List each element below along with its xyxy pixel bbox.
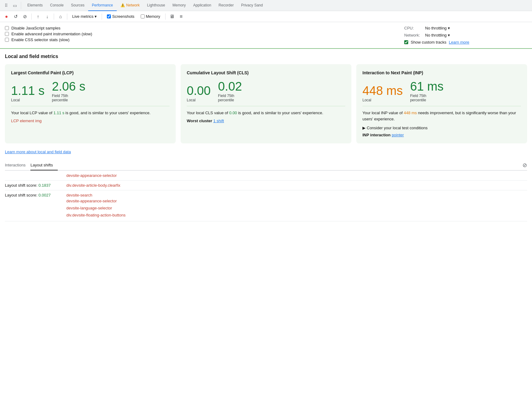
tab-lighthouse[interactable]: Lighthouse (143, 0, 169, 11)
inp-highlight: 448 ms (404, 111, 417, 115)
lcp-local-value: 1.11 s (11, 84, 45, 97)
shift-sub-element-2[interactable]: devsite-language-selector (5, 204, 527, 212)
divider-5 (165, 14, 166, 20)
enable-paint-checkbox[interactable] (5, 32, 9, 36)
tab-recorder[interactable]: Recorder (215, 0, 237, 11)
upload-button[interactable]: ↑ (34, 13, 42, 21)
cls-field-label: Field 75thpercentile (218, 94, 242, 102)
inp-field-group: 61 ms Field 75thpercentile (410, 80, 444, 102)
disable-js-samples-setting[interactable]: Disable JavaScript samples (5, 26, 404, 30)
inp-field-value: 61 ms (410, 80, 444, 92)
tab-network[interactable]: ⚠️ Network (117, 0, 143, 11)
lcp-card: Largest Contentful Paint (LCP) 1.11 s Lo… (5, 64, 176, 143)
tab-console[interactable]: Console (46, 0, 67, 11)
main-content: Local and field metrics Largest Contentf… (0, 49, 532, 226)
shift-element-2[interactable]: div.devsite-article-body.clearfix (66, 183, 120, 188)
record-button[interactable]: ● (2, 13, 10, 21)
tab-privacy-sand[interactable]: Privacy Sand (237, 0, 267, 11)
inp-values: 448 ms Local 61 ms Field 75thpercentile (362, 80, 521, 102)
inp-consider[interactable]: ▶ Consider your local test conditions (362, 126, 521, 130)
shift-item-row: devsite-appearance-selector (5, 173, 527, 178)
cls-field-value: 0.02 (218, 80, 242, 92)
network-throttle-select[interactable]: No throttling ▾ (425, 33, 450, 37)
disable-js-samples-checkbox[interactable] (5, 26, 9, 30)
enable-paint-setting[interactable]: Enable advanced paint instrumentation (s… (5, 32, 404, 36)
cls-local-group: 0.00 Local (187, 84, 211, 102)
clear-button[interactable]: ⊘ (21, 13, 29, 21)
inp-title: Interaction to Next Paint (INP) (362, 70, 521, 75)
screenshots-checkbox-group[interactable]: Screenshots (104, 14, 137, 19)
inp-local-label: Local (362, 98, 403, 102)
lcp-field-label: Field 75thpercentile (52, 94, 85, 102)
shift-item-row: Layout shift score: 0.1837 div.devsite-a… (5, 183, 527, 188)
custom-tracks-learn-more[interactable]: Learn more (449, 40, 469, 45)
divider-2 (54, 14, 54, 20)
divider-3 (67, 14, 67, 20)
cls-divider (187, 106, 345, 106)
shift-element-1[interactable]: devsite-appearance-selector (66, 173, 117, 178)
inp-interaction-link[interactable]: pointer (392, 133, 404, 137)
layout-shifts-list: devsite-appearance-selector Layout shift… (5, 170, 527, 221)
tab-performance[interactable]: Performance (88, 0, 117, 11)
devtools-icons: ⠿ ▭ (2, 2, 21, 9)
home-button[interactable]: ⌂ (57, 13, 65, 21)
lcp-highlight: 1.11 s (53, 111, 64, 115)
enable-css-checkbox[interactable] (5, 38, 9, 42)
inp-description: Your local INP value of 448 ms needs imp… (362, 110, 521, 122)
custom-tracks-setting[interactable]: Show custom tracks Learn more (404, 40, 469, 45)
settings-left: Disable JavaScript samples Enable advanc… (5, 26, 404, 42)
shift-sub-element-1[interactable]: devsite-appearance-selector (5, 197, 527, 204)
cls-field-group: 0.02 Field 75thpercentile (218, 80, 242, 102)
cls-highlight: 0.00 (229, 111, 237, 115)
lcp-element-link[interactable]: img (35, 119, 42, 123)
cls-cluster: Worst cluster 1 shift (187, 119, 345, 123)
clear-icon[interactable]: ⊘ (522, 162, 527, 169)
warning-icon: ⚠️ (120, 3, 125, 7)
shift-item-row: Layout shift score: 0.0027 devsite-searc… (5, 193, 527, 197)
settings-icon-btn[interactable]: ≡ (177, 13, 185, 21)
cls-local-value: 0.00 (187, 84, 211, 97)
memory-checkbox-group[interactable]: Memory (138, 14, 163, 19)
cls-cluster-link[interactable]: 1 shift (213, 119, 224, 123)
shift-score-val-2: 0.1837 (38, 183, 51, 188)
live-metrics-select[interactable]: Live metrics ▾ (70, 13, 99, 20)
network-throttle-row: Network: No throttling ▾ (404, 33, 450, 37)
shift-sub-element-3[interactable]: div.devsite-floating-action-buttons (5, 212, 527, 219)
inp-divider (362, 106, 521, 106)
tab-interactions[interactable]: Interactions (5, 160, 30, 170)
shift-element-3[interactable]: devsite-search (66, 193, 92, 197)
lcp-field-value: 2.06 s (52, 80, 85, 92)
cpu-throttle-select[interactable]: No throttling ▾ (425, 26, 450, 30)
cls-local-label: Local (187, 98, 211, 102)
enable-css-setting[interactable]: Enable CSS selector stats (slow) (5, 37, 404, 42)
tab-memory[interactable]: Memory (169, 0, 190, 11)
tab-sources[interactable]: Sources (67, 0, 88, 11)
download-button[interactable]: ↓ (43, 13, 51, 21)
cpu-throttle-row: CPU: No throttling ▾ (404, 26, 450, 30)
toolbar: ● ↺ ⊘ ↑ ↓ ⌂ Live metrics ▾ Screenshots M… (0, 11, 532, 22)
chevron-down-icon: ▾ (448, 26, 450, 30)
chevron-down-icon: ▾ (95, 14, 97, 19)
tab-layout-shifts[interactable]: Layout shifts (30, 160, 58, 170)
cls-values: 0.00 Local 0.02 Field 75thpercentile (187, 80, 345, 102)
lcp-field-group: 2.06 s Field 75thpercentile (52, 80, 85, 102)
tab-elements[interactable]: Elements (24, 0, 46, 11)
learn-more-link[interactable]: Learn more about local and field data (5, 150, 71, 154)
lcp-local-label: Local (11, 98, 45, 102)
tab-application[interactable]: Application (190, 0, 215, 11)
metrics-grid: Largest Contentful Paint (LCP) 1.11 s Lo… (5, 64, 527, 143)
screenshot-icon-btn[interactable]: 🖥 (168, 13, 176, 21)
devtools-menu-icon[interactable]: ⠿ (2, 2, 10, 9)
lcp-element: LCP element img (11, 119, 170, 123)
section-title: Local and field metrics (5, 54, 527, 59)
custom-tracks-row: Show custom tracks Learn more (404, 40, 469, 45)
inp-interaction: INP interaction pointer (362, 133, 521, 137)
custom-tracks-checkbox[interactable] (404, 40, 408, 44)
device-toggle-icon[interactable]: ▭ (11, 2, 18, 9)
screenshots-checkbox[interactable] (107, 14, 111, 18)
inp-local-value: 448 ms (362, 84, 403, 97)
list-item: devsite-appearance-selector (5, 171, 527, 181)
refresh-button[interactable]: ↺ (12, 13, 20, 21)
memory-checkbox[interactable] (141, 14, 145, 18)
inp-field-label: Field 75thpercentile (410, 94, 444, 102)
